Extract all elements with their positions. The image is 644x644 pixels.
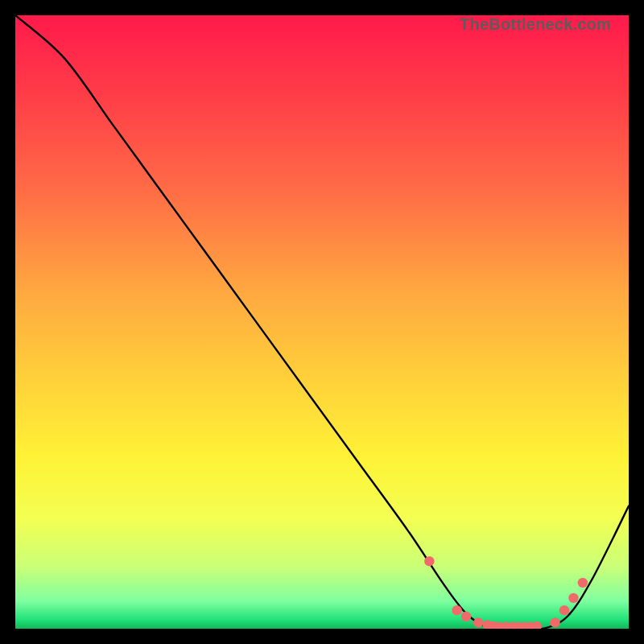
marker-dot <box>473 617 483 627</box>
marker-dot <box>550 617 559 627</box>
marker-dot <box>461 612 471 621</box>
chart-frame: TheBottleneck.com <box>15 15 629 629</box>
watermark-text: TheBottleneck.com <box>460 15 611 34</box>
marker-dot <box>578 578 588 588</box>
chart-canvas <box>15 15 629 629</box>
marker-dot <box>424 556 434 566</box>
marker-dot <box>559 605 569 615</box>
marker-dot <box>452 605 461 615</box>
marker-dot <box>568 593 578 603</box>
gradient-background <box>15 15 629 629</box>
